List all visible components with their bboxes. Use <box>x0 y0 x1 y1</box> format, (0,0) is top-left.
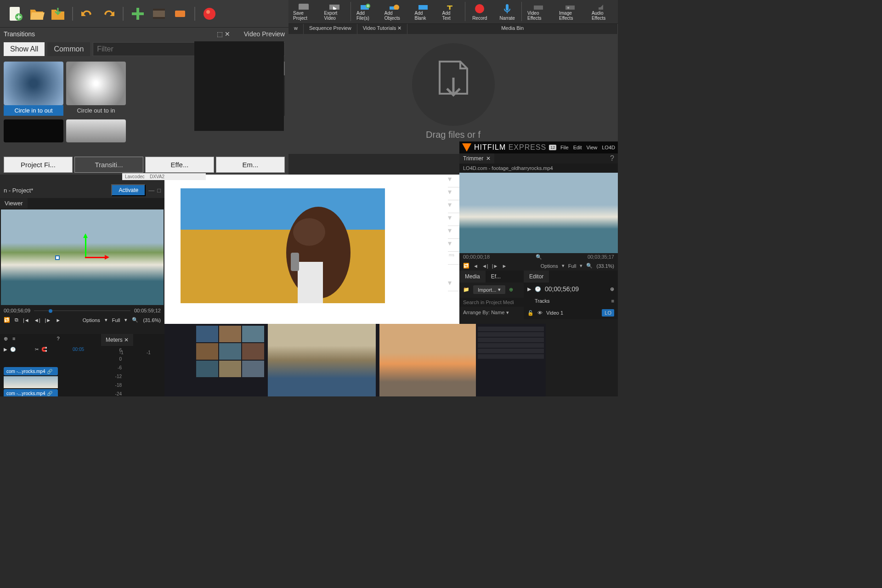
undock-icon[interactable]: ⬚ <box>217 30 223 38</box>
close-icon[interactable]: ✕ <box>486 155 491 162</box>
dup-icon[interactable]: ⧉ <box>15 317 18 323</box>
trimmer-tab[interactable]: Trimmer ✕ <box>459 153 494 164</box>
step-back-icon[interactable]: ◄| <box>482 263 488 269</box>
help-icon[interactable]: ? <box>57 336 59 342</box>
clip-icon[interactable] <box>171 5 189 23</box>
options-button[interactable]: Options <box>541 263 558 269</box>
add-text-button[interactable]: TAdd Text <box>437 2 464 22</box>
prop-row[interactable] <box>478 349 544 353</box>
common-button[interactable]: Common <box>47 42 90 56</box>
search-icon[interactable]: 🔍 <box>536 254 542 260</box>
image-effects-button[interactable]: Image Effects <box>554 2 586 22</box>
bin-thumb[interactable] <box>242 361 264 377</box>
menu-icon[interactable]: ≡ <box>611 298 614 304</box>
tab-video-tutorials[interactable]: Video Tutorials ✕ <box>357 24 408 34</box>
activate-button[interactable]: Activate <box>111 184 146 196</box>
menu-view[interactable]: View <box>587 145 598 150</box>
gizmo-y-axis[interactable] <box>85 235 86 258</box>
arrange-by[interactable]: Arrange By: Name ▾ <box>459 308 524 317</box>
audio-effects-button[interactable]: Audio Effects <box>587 2 618 22</box>
add-files-button[interactable]: Add File(s) <box>352 2 379 22</box>
save-project-button[interactable]: Save Project <box>288 2 318 22</box>
handle[interactable]: ▾ <box>448 278 459 291</box>
add-icon[interactable]: ⊕ <box>509 287 513 293</box>
cursor-icon[interactable]: ▶ <box>527 286 531 292</box>
tab-emojis[interactable]: Em... <box>216 157 285 173</box>
viewer-tab[interactable]: Viewer <box>0 198 28 209</box>
menu-file[interactable]: File <box>560 145 569 150</box>
options-button[interactable]: Options <box>83 317 100 323</box>
record-button[interactable]: Record <box>466 2 493 22</box>
step-fwd-icon[interactable]: |► <box>45 317 51 323</box>
razor-icon[interactable]: ✂ <box>35 347 39 352</box>
undo-icon[interactable] <box>79 5 96 23</box>
video-effects-button[interactable]: Video Effects <box>523 2 554 22</box>
import-button[interactable]: Import... ▾ <box>473 285 505 294</box>
menu-edit[interactable]: Edit <box>573 145 582 150</box>
playhead[interactable] <box>49 309 52 313</box>
prop-row[interactable] <box>478 327 544 331</box>
transition-item[interactable] <box>66 119 126 142</box>
tab-transitions[interactable]: Transiti... <box>74 157 143 173</box>
prop-row[interactable] <box>478 354 544 359</box>
prev-icon[interactable]: |◄ <box>23 317 29 323</box>
clock-icon[interactable]: 🕐 <box>10 347 16 352</box>
bin-thumb[interactable] <box>219 326 241 342</box>
bin-thumb[interactable] <box>242 343 264 360</box>
bin-thumb[interactable] <box>242 326 264 342</box>
tab-effects[interactable]: Effe... <box>145 157 214 173</box>
handle[interactable]: ▾ <box>448 213 459 226</box>
filmstrip-icon[interactable] <box>150 5 168 23</box>
scrubber[interactable]: 00;00;56;09 00:05:59;12 <box>0 306 164 315</box>
lock-icon[interactable]: 🔓 <box>527 310 534 316</box>
full-button[interactable]: Full <box>568 263 577 269</box>
close-icon[interactable]: ✕ <box>225 30 230 38</box>
narrate-button[interactable]: Narrate <box>494 2 520 22</box>
tab-media[interactable]: Media <box>459 271 486 283</box>
maximize-icon[interactable]: □ <box>157 187 161 194</box>
gizmo-point[interactable] <box>55 255 60 260</box>
close-icon[interactable]: ✕ <box>124 337 129 343</box>
video-track-1[interactable]: 🔓 👁 Video 1 LO <box>524 306 618 319</box>
tab-sequence-preview[interactable]: Sequence Preview <box>304 24 357 34</box>
handle[interactable]: ▾ <box>448 200 459 213</box>
dropzone[interactable]: Drag files or f <box>288 34 618 149</box>
folder-icon[interactable]: 📁 <box>463 287 469 293</box>
tab-w[interactable]: w <box>288 24 304 34</box>
video-clip[interactable]: com -...yrocks.mp4 🔗 <box>4 389 58 396</box>
bin-thumb[interactable] <box>219 361 241 377</box>
loop-icon[interactable]: 🔁 <box>463 263 469 269</box>
tab-project-files[interactable]: Project Fi... <box>4 157 73 173</box>
step-fwd-icon[interactable]: |► <box>492 263 498 269</box>
zoom-icon[interactable]: 🔍 <box>132 317 138 323</box>
bin-thumb[interactable] <box>196 326 218 342</box>
transition-item[interactable] <box>4 119 63 142</box>
prev-icon[interactable]: ◄ <box>473 263 478 269</box>
bin-thumb[interactable] <box>219 343 241 360</box>
bin-thumb[interactable] <box>196 361 218 377</box>
prop-row[interactable] <box>478 343 544 348</box>
add-icon[interactable] <box>129 5 147 23</box>
close-icon[interactable]: ✕ <box>397 25 401 31</box>
new-file-icon[interactable] <box>7 5 24 23</box>
tab-media-bin[interactable]: Media Bin <box>407 24 618 34</box>
transition-item[interactable]: Circle in to out <box>4 62 63 116</box>
save-icon[interactable] <box>49 5 67 23</box>
transition-item[interactable]: Circle out to in <box>66 62 126 116</box>
viewer-canvas[interactable] <box>1 209 164 305</box>
tab-editor[interactable]: Editor <box>524 271 549 283</box>
cursor-icon[interactable]: ▶ <box>4 347 7 352</box>
play-icon[interactable]: ► <box>56 317 61 323</box>
handle[interactable]: ▾ <box>448 239 459 252</box>
add-objects-button[interactable]: Add Objects <box>380 2 409 22</box>
handle[interactable]: ▾ <box>448 187 459 200</box>
show-all-button[interactable]: Show All <box>4 42 45 56</box>
video-clip[interactable]: com -...yrocks.mp4 🔗 <box>4 367 58 375</box>
prop-row[interactable] <box>478 332 544 337</box>
eye-icon[interactable]: 👁 <box>537 310 543 316</box>
search-input[interactable] <box>459 298 524 307</box>
handle[interactable]: ▾ <box>448 175 459 187</box>
bin-thumb[interactable] <box>196 343 218 360</box>
minimize-icon[interactable]: — <box>148 187 154 194</box>
handle[interactable]: ▾ <box>448 226 459 239</box>
